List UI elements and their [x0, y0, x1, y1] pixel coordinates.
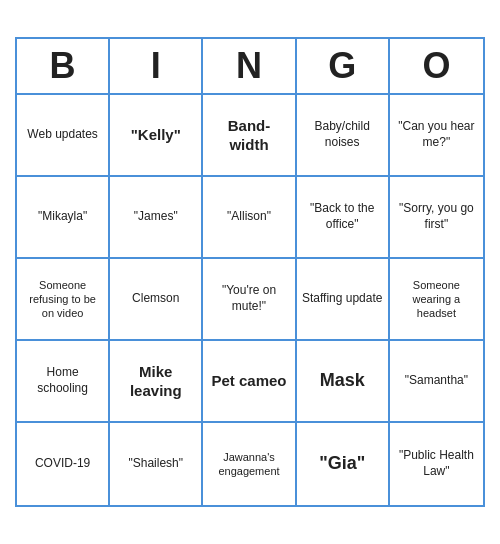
- bingo-cell: COVID-19: [17, 423, 110, 505]
- bingo-cell: Mike leaving: [110, 341, 203, 423]
- cell-text: Someone refusing to be on video: [22, 278, 103, 321]
- bingo-cell: Someone refusing to be on video: [17, 259, 110, 341]
- cell-text: Band-width: [208, 116, 289, 155]
- cell-text: "Sorry, you go first": [395, 201, 478, 232]
- header-letter: B: [17, 39, 110, 93]
- cell-text: Clemson: [132, 291, 179, 307]
- cell-text: Mike leaving: [115, 362, 196, 401]
- cell-text: Staffing update: [302, 291, 383, 307]
- cell-text: Web updates: [27, 127, 98, 143]
- bingo-cell: Band-width: [203, 95, 296, 177]
- cell-text: "Kelly": [131, 125, 181, 145]
- bingo-cell: Baby/child noises: [297, 95, 390, 177]
- bingo-cell: "Gia": [297, 423, 390, 505]
- cell-text: "Back to the office": [302, 201, 383, 232]
- bingo-cell: Web updates: [17, 95, 110, 177]
- bingo-cell: "Public Health Law": [390, 423, 483, 505]
- bingo-header: BINGO: [17, 39, 483, 95]
- bingo-cell: Staffing update: [297, 259, 390, 341]
- cell-text: "Public Health Law": [395, 448, 478, 479]
- bingo-cell: Clemson: [110, 259, 203, 341]
- cell-text: Baby/child noises: [302, 119, 383, 150]
- cell-text: COVID-19: [35, 456, 90, 472]
- bingo-cell: "You're on mute!": [203, 259, 296, 341]
- bingo-cell: Pet cameo: [203, 341, 296, 423]
- bingo-cell: "Back to the office": [297, 177, 390, 259]
- cell-text: "Can you hear me?": [395, 119, 478, 150]
- bingo-cell: "Samantha": [390, 341, 483, 423]
- cell-text: "Samantha": [405, 373, 468, 389]
- cell-text: Someone wearing a headset: [395, 278, 478, 321]
- cell-text: "Allison": [227, 209, 271, 225]
- cell-text: "James": [134, 209, 178, 225]
- bingo-cell: "James": [110, 177, 203, 259]
- cell-text: Home schooling: [22, 365, 103, 396]
- bingo-cell: "Mikayla": [17, 177, 110, 259]
- cell-text: Jawanna's engagement: [208, 450, 289, 479]
- bingo-cell: Someone wearing a headset: [390, 259, 483, 341]
- header-letter: I: [110, 39, 203, 93]
- header-letter: G: [297, 39, 390, 93]
- header-letter: O: [390, 39, 483, 93]
- bingo-card: BINGO Web updates"Kelly"Band-widthBaby/c…: [15, 37, 485, 507]
- bingo-cell: "Kelly": [110, 95, 203, 177]
- bingo-grid: Web updates"Kelly"Band-widthBaby/child n…: [17, 95, 483, 505]
- bingo-cell: "Sorry, you go first": [390, 177, 483, 259]
- bingo-cell: "Can you hear me?": [390, 95, 483, 177]
- cell-text: "Shailesh": [129, 456, 184, 472]
- cell-text: Mask: [320, 369, 365, 392]
- bingo-cell: "Shailesh": [110, 423, 203, 505]
- bingo-cell: Mask: [297, 341, 390, 423]
- cell-text: "You're on mute!": [208, 283, 289, 314]
- cell-text: "Gia": [319, 452, 365, 475]
- bingo-cell: Home schooling: [17, 341, 110, 423]
- bingo-cell: Jawanna's engagement: [203, 423, 296, 505]
- header-letter: N: [203, 39, 296, 93]
- cell-text: "Mikayla": [38, 209, 87, 225]
- bingo-cell: "Allison": [203, 177, 296, 259]
- cell-text: Pet cameo: [211, 371, 286, 391]
